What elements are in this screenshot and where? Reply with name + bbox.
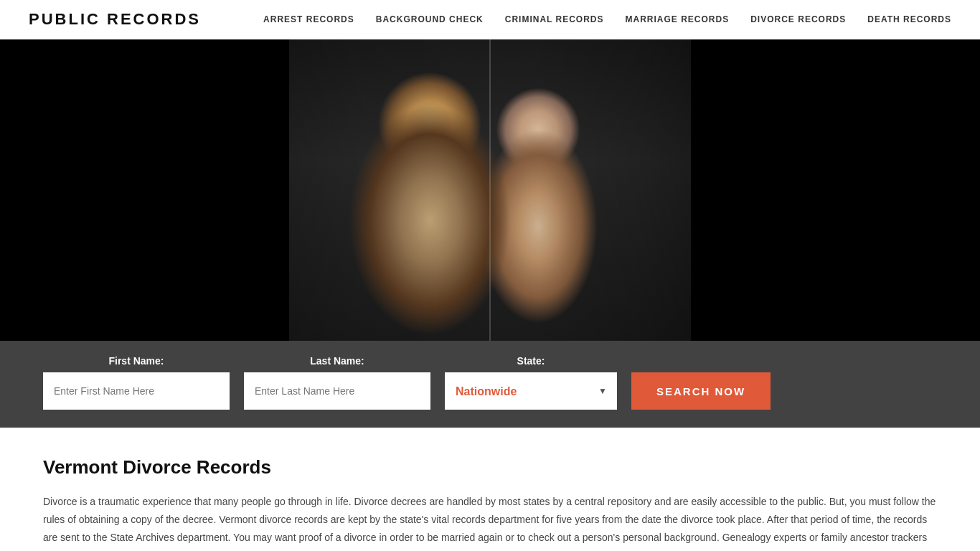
hero-section [0,39,980,341]
page-heading: Vermont Divorce Records [43,456,937,479]
state-label: State: [445,355,617,367]
state-field: State: NationwideAlabamaAlaskaArizonaArk… [445,355,617,410]
logo: PUBLIC RECORDS [29,10,201,29]
hero-overlay [0,39,980,341]
first-name-field: First Name: [43,355,230,410]
nav-background-check[interactable]: BACKGROUND CHECK [376,14,484,24]
nav-death-records[interactable]: DEATH RECORDS [867,14,951,24]
nav-arrest-records[interactable]: ARREST RECORDS [263,14,354,24]
state-select[interactable]: NationwideAlabamaAlaskaArizonaArkansasCa… [445,372,617,410]
page-paragraph: Divorce is a traumatic experience that m… [43,493,937,551]
first-name-input[interactable] [43,372,230,410]
search-bar: First Name: Last Name: State: Nationwide… [0,341,980,428]
first-name-label: First Name: [43,355,230,367]
state-select-wrapper: NationwideAlabamaAlaskaArizonaArkansasCa… [445,372,617,410]
nav-divorce-records[interactable]: DIVORCE RECORDS [750,14,846,24]
last-name-label: Last Name: [244,355,430,367]
last-name-input[interactable] [244,372,430,410]
nav-criminal-records[interactable]: CRIMINAL RECORDS [505,14,604,24]
search-button[interactable]: SEARCH NOW [631,372,771,410]
main-nav: ARREST RECORDS BACKGROUND CHECK CRIMINAL… [263,14,951,24]
last-name-field: Last Name: [244,355,430,410]
main-content: Vermont Divorce Records Divorce is a tra… [0,428,980,551]
header: PUBLIC RECORDS ARREST RECORDS BACKGROUND… [0,0,980,39]
nav-marriage-records[interactable]: MARRIAGE RECORDS [626,14,730,24]
